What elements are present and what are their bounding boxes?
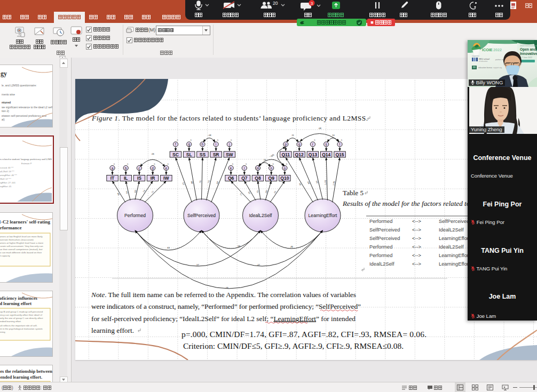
- svg-text:SR: SR: [213, 152, 219, 157]
- svg-text:Performed: Performed: [369, 253, 392, 258]
- svg-text:al): al): [2, 118, 5, 121]
- svg-text:.59: .59: [237, 245, 241, 247]
- svg-text:Q13: Q13: [309, 152, 317, 157]
- svg-text:.5: .5: [177, 139, 178, 141]
- svg-text:SelfPerceived: SelfPerceived: [369, 227, 400, 233]
- svg-text:value their overall competence: value their overall competence (mutual),…: [0, 248, 43, 251]
- svg-text:.5: .5: [113, 163, 115, 165]
- svg-text:.5: .5: [313, 139, 315, 141]
- svg-text:.5: .5: [245, 163, 247, 165]
- svg-text:IdealL2Self: IdealL2Self: [439, 244, 464, 250]
- svg-text:Innovative Ed: Innovative Ed: [520, 52, 537, 55]
- svg-text:b: b: [125, 166, 127, 170]
- svg-text:h: h: [202, 142, 204, 146]
- svg-text:.46: .46: [290, 245, 294, 248]
- svg-text:.80: .80: [190, 181, 193, 185]
- svg-text:<-->: <-->: [412, 261, 421, 267]
- svg-text:-.11: -.11: [270, 155, 274, 157]
- svg-text:group B and group C madcap sel: group B and group C madcap self-perceive…: [0, 310, 43, 313]
- svg-text:IT: IT: [110, 175, 115, 181]
- svg-text:Q9: Q9: [268, 175, 275, 181]
- svg-text:Learners at higher English lev: Learners at higher English level have a …: [0, 242, 44, 244]
- svg-text:.5: .5: [127, 163, 128, 165]
- svg-text:e: e: [165, 166, 167, 170]
- svg-text:Q11: Q11: [281, 152, 290, 157]
- svg-text:Figure 1. The model for the fa: Figure 1. The model for the factors rela…: [91, 114, 368, 122]
- svg-text:l intended learning effort.: l intended learning effort.: [0, 374, 42, 380]
- svg-text:<-->: <-->: [412, 236, 421, 241]
- svg-text:LearningEffort: LearningEffort: [439, 261, 470, 267]
- svg-text:i: i: [216, 142, 216, 146]
- svg-text:.5: .5: [167, 163, 169, 165]
- svg-text:IR: IR: [151, 175, 155, 181]
- svg-text:3: 3: [311, 1, 313, 6]
- svg-text:f: f: [175, 142, 176, 146]
- svg-text:support org: support org: [493, 67, 502, 69]
- svg-text:2022: 2022: [493, 47, 502, 52]
- svg-text:<-->: <-->: [412, 253, 421, 258]
- svg-text:1.10: 1.10: [324, 180, 327, 185]
- svg-text:le, and L2MSS questionnaire:: le, and L2MSS questionnaire:: [2, 84, 37, 87]
- svg-text:Performed <--> IdealL2S: Performed <--> IdealL2Self .57 ***: [0, 178, 11, 180]
- svg-text:<-->: <-->: [412, 227, 421, 233]
- svg-text:organizer: organizer: [472, 55, 480, 57]
- svg-text:a: a: [112, 166, 114, 170]
- svg-text:Estimate P: Estimate P: [21, 162, 32, 165]
- svg-text:.71: .71: [199, 180, 202, 184]
- svg-text:IdealL2Self <--> Learnin: IdealL2Self <--> LearningEffort .05: [0, 185, 12, 188]
- svg-text:.5: .5: [272, 163, 274, 165]
- svg-text:.10: .10: [331, 134, 335, 137]
- svg-text:.5: .5: [230, 139, 232, 141]
- svg-text:2022 International Conf: 2022 International Conf: [520, 44, 537, 47]
- svg-text:Performed: Performed: [369, 244, 392, 250]
- svg-text:Performed: Performed: [369, 219, 392, 224]
- svg-text:etween self-perceived proficie: etween self-perceived proficiency and: [2, 114, 46, 117]
- svg-text:-.08: -.08: [207, 134, 211, 137]
- svg-text:<-->: <-->: [412, 244, 421, 250]
- svg-text:tion 2): tion 2): [2, 109, 9, 113]
- svg-text:p: p: [285, 142, 287, 147]
- svg-text:were indicators of a construct: were indicators of a construct, namely, …: [91, 302, 361, 310]
- svg-text:20: 20: [273, 1, 278, 6]
- svg-text:d: d: [152, 166, 154, 170]
- svg-text:IL: IL: [124, 175, 128, 181]
- svg-text:Note. The full item name can b: Note. The full item name can be referred…: [91, 291, 356, 299]
- svg-text:.81: .81: [298, 182, 302, 186]
- svg-text:Q14: Q14: [322, 152, 330, 157]
- svg-text:.5: .5: [232, 163, 233, 165]
- svg-text:LearningEffort: LearningEffort: [309, 213, 337, 218]
- svg-text:ded learning effort: ded learning effort: [0, 301, 31, 306]
- svg-text:SelfPerceived: SelfPerceived: [439, 219, 469, 224]
- svg-text:q: q: [298, 142, 301, 147]
- svg-text:SW: SW: [226, 152, 234, 157]
- svg-text:ment in the psychological moti: ment in the psychological motivation sys…: [0, 327, 43, 330]
- svg-text:of the model for the factors r: of the model for the factors related to …: [0, 158, 52, 161]
- svg-text:.5: .5: [286, 163, 287, 165]
- svg-text:.75: .75: [248, 191, 252, 195]
- svg-text:.74: .74: [142, 189, 146, 193]
- svg-text:SelfPerceived: SelfPerceived: [369, 236, 400, 241]
- svg-text:LearningEffort: LearningEffort: [439, 236, 470, 241]
- svg-text:Open and: Open and: [520, 47, 536, 52]
- svg-text:.70: .70: [273, 190, 277, 195]
- svg-text:IS: IS: [137, 175, 141, 181]
- svg-text:.70: .70: [256, 190, 259, 194]
- svg-text:for self-perceived proficiency: for self-perceived proficiency; “IdealL2…: [91, 315, 356, 323]
- svg-text:Q7: Q7: [241, 175, 248, 181]
- svg-text:Q15: Q15: [335, 152, 344, 157]
- svg-text:Results of the model for the f: Results of the model for the factors rel…: [342, 199, 487, 207]
- svg-text:Table 5: Table 5: [343, 189, 364, 197]
- svg-text:education bureau: education bureau: [478, 67, 492, 69]
- svg-text:.05: .05: [225, 286, 229, 289]
- svg-text:diates the relationship betwee: diates the relationship between: [0, 369, 52, 374]
- svg-text:.77: .77: [151, 190, 155, 194]
- svg-text:.5: .5: [190, 139, 192, 141]
- svg-text:.57: .57: [196, 263, 200, 266]
- svg-text:.5: .5: [154, 163, 155, 165]
- svg-text:ntured: ntured: [2, 101, 11, 104]
- svg-text:Q10: Q10: [280, 175, 289, 181]
- svg-text:.5: .5: [341, 139, 342, 141]
- svg-text:.08: .08: [318, 127, 321, 130]
- svg-text:IdealL2Self: IdealL2Self: [369, 261, 394, 267]
- svg-text:of education: of education: [479, 60, 488, 62]
